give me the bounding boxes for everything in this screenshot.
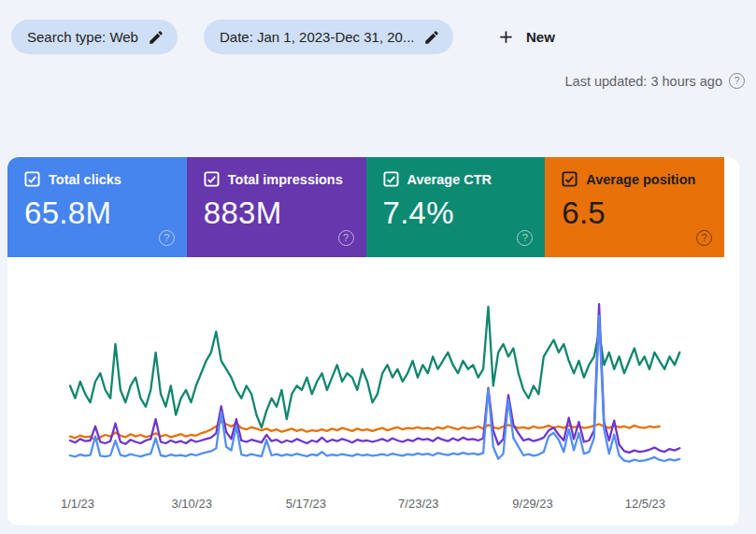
performance-time-series-chart: 1/1/233/10/235/17/237/23/239/29/2312/5/2… <box>7 257 739 526</box>
total-clicks-card[interactable]: Total clicks 65.8M ? <box>7 157 187 257</box>
average-position-card[interactable]: Average position 6.5 ? <box>545 157 724 257</box>
metric-value: 65.8M <box>24 195 187 231</box>
x-axis-label: 12/5/23 <box>625 497 665 511</box>
x-axis-label: 7/23/23 <box>398 497 438 511</box>
x-axis-label: 3/10/23 <box>172 497 212 511</box>
last-updated-status: Last updated: 3 hours ago ? <box>565 73 746 89</box>
total-impressions-card[interactable]: Total impressions 883M ? <box>187 157 366 257</box>
metric-label: Total impressions <box>228 172 343 187</box>
checkbox-checked-icon[interactable] <box>562 171 578 187</box>
metric-label: Average CTR <box>407 172 492 187</box>
chart-canvas: 1/1/233/10/235/17/237/23/239/29/2312/5/2… <box>7 257 739 526</box>
performance-panel: Total clicks 65.8M ? Total impressions 8… <box>7 157 739 526</box>
x-axis-label: 5/17/23 <box>286 497 326 511</box>
checkbox-checked-icon[interactable] <box>24 171 40 187</box>
help-icon[interactable]: ? <box>696 230 712 246</box>
metric-value: 883M <box>204 195 366 231</box>
search-console-performance-page: { "filters": { "search_type_chip": "Sear… <box>0 0 756 534</box>
average-ctr-card[interactable]: Average CTR 7.4% ? <box>366 157 546 257</box>
help-icon[interactable]: ? <box>729 73 745 89</box>
pencil-edit-icon[interactable] <box>148 29 164 46</box>
series-line-average-ctr <box>70 307 679 427</box>
help-icon[interactable]: ? <box>338 230 354 246</box>
plus-icon <box>496 27 516 47</box>
help-icon[interactable]: ? <box>517 230 533 246</box>
new-filter-button[interactable]: New <box>492 20 559 54</box>
search-type-chip[interactable]: Search type: Web <box>11 20 178 54</box>
metric-cards-row: Total clicks 65.8M ? Total impressions 8… <box>7 157 724 257</box>
checkbox-checked-icon[interactable] <box>204 171 220 187</box>
metric-value: 6.5 <box>562 195 724 231</box>
x-axis-label: 9/29/23 <box>512 497 552 511</box>
search-type-chip-label: Search type: Web <box>27 29 138 45</box>
metric-label: Average position <box>586 172 695 187</box>
new-filter-button-label: New <box>526 29 555 45</box>
date-range-chip[interactable]: Date: Jan 1, 2023-Dec 31, 20... <box>204 20 453 54</box>
metric-value: 7.4% <box>383 195 546 231</box>
help-icon[interactable]: ? <box>159 230 175 246</box>
metric-label: Total clicks <box>49 172 121 187</box>
last-updated-text: Last updated: 3 hours ago <box>565 74 723 89</box>
checkbox-checked-icon[interactable] <box>383 171 399 187</box>
date-range-chip-label: Date: Jan 1, 2023-Dec 31, 20... <box>220 29 414 45</box>
pencil-edit-icon[interactable] <box>423 29 440 46</box>
x-axis-label: 1/1/23 <box>61 497 94 511</box>
